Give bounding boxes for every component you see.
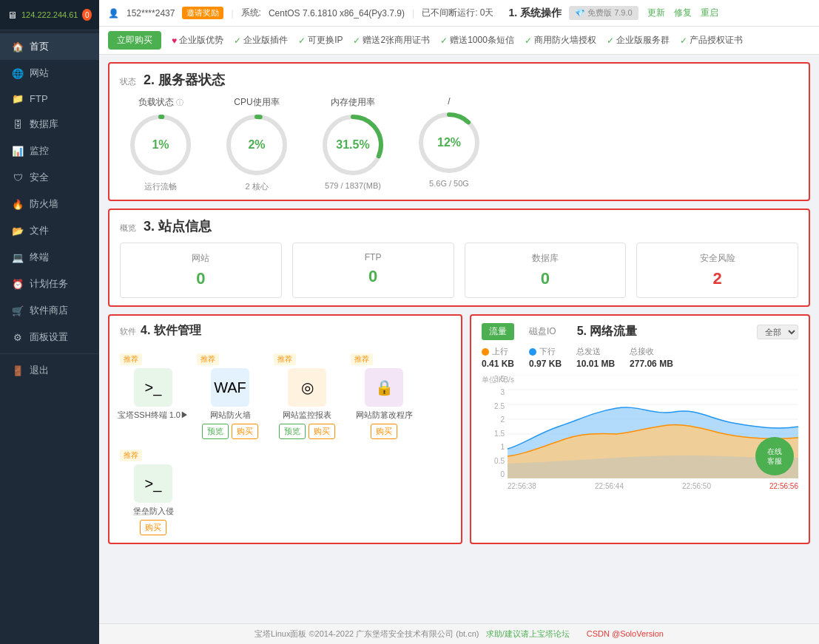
server-status-subtitle: 状态 xyxy=(120,76,136,87)
sidebar-item-home[interactable]: 🏠首页 xyxy=(0,33,99,60)
traffic-title: 5. 网络流量 xyxy=(577,324,638,339)
chart-svg-wrap xyxy=(508,375,798,478)
sw-name-4: 堡垒防入侵 xyxy=(133,506,174,517)
site-card-数据库[interactable]: 数据库 0 xyxy=(465,243,627,298)
sidebar-item-monitor[interactable]: 📊监控 xyxy=(0,138,99,164)
sw-btn-购买[interactable]: 购买 xyxy=(232,424,258,439)
tab-diskio[interactable]: 磁盘IO xyxy=(522,323,564,340)
gauge-value: 1% xyxy=(152,138,169,152)
software-item-2: 推荐 ◎ 网站监控报表 预览购买 xyxy=(274,353,340,439)
sidebar-label-panel: 面板设置 xyxy=(30,331,68,344)
repair-action[interactable]: 修复 xyxy=(674,7,692,19)
sidebar-label-cron: 计划任务 xyxy=(30,277,68,291)
sidebar-item-security[interactable]: 🛡安全 xyxy=(0,164,99,191)
gauge-CPU使用率: CPU使用率 2% 2 核心 xyxy=(216,96,297,192)
stat-value: 277.06 MB xyxy=(630,359,673,369)
panel-icon: ⚙ xyxy=(12,332,24,343)
sidebar-item-appstore[interactable]: 🛒软件商店 xyxy=(0,297,99,324)
stat-label: 上行 xyxy=(482,346,514,357)
gauge-canvas: 2% xyxy=(223,112,290,178)
sidebar-item-terminal[interactable]: 💻终端 xyxy=(0,244,99,271)
gauge-sub: 5.6G / 50G xyxy=(429,179,469,188)
stat-label: 总发送 xyxy=(576,346,615,357)
gauge-负载状态: 负载状态 ⓘ 1% 运行流畅 xyxy=(120,96,201,192)
sw-btn-预览[interactable]: 预览 xyxy=(202,424,229,439)
site-card-网站[interactable]: 网站 0 xyxy=(120,243,282,298)
info-icon: ⓘ xyxy=(176,98,183,108)
gauge-label: / xyxy=(448,96,450,106)
site-card-value: 0 xyxy=(302,267,445,286)
sidebar-item-files[interactable]: 📂文件 xyxy=(0,217,99,244)
topbar-section-title: 1. 系统操作 xyxy=(508,7,562,20)
sidebar-ip: 124.222.244.61 xyxy=(21,10,78,19)
gauge-: / 12% 5.6G / 50G xyxy=(408,96,490,188)
software-subtitle: 软件 xyxy=(120,326,136,337)
traffic-stats: 上行 0.41 KB 下行 0.97 KB 总发送 10.01 MB 总接收 2… xyxy=(482,346,798,369)
sidebar-item-website[interactable]: 🌐网站 xyxy=(0,60,99,87)
footer-link[interactable]: 求助/建议请上宝塔论坛 xyxy=(486,629,570,638)
tab-traffic[interactable]: 流量 xyxy=(482,323,514,340)
sw-buttons-2: 预览购买 xyxy=(279,424,335,439)
promo-item: ✓ 企业版服务群 xyxy=(607,34,670,47)
stat-label: 总接收 xyxy=(630,346,673,357)
software-title: 4. 软件管理 xyxy=(141,323,201,339)
stat-value: 0.41 KB xyxy=(482,359,514,369)
gauge-label: CPU使用率 xyxy=(234,96,279,109)
terminal-icon: 💻 xyxy=(12,252,24,263)
topbar-invite-tag[interactable]: 邀请奖励 xyxy=(182,7,223,19)
home-icon: 🏠 xyxy=(12,41,24,52)
online-badge[interactable]: 在线客服 xyxy=(755,437,794,475)
y-axis-label: 1 xyxy=(500,443,505,451)
stat-下行: 下行 0.97 KB xyxy=(529,346,562,369)
appstore-icon: 🛒 xyxy=(12,305,24,316)
software-panel: 软件 4. 软件管理 推荐 >_ 宝塔SSH终端 1.0▶ 推荐 WAF 网站防… xyxy=(108,314,462,544)
sidebar-label-ftp: FTP xyxy=(30,93,48,104)
blue-dot xyxy=(529,348,536,356)
promo-item: ✓ 赠送1000条短信 xyxy=(440,34,514,47)
gauge-value: 31.5% xyxy=(336,138,369,152)
y-axis-label: 3 xyxy=(500,388,505,396)
y-axis-label: 1.5 xyxy=(494,430,505,438)
software-item-3: 推荐 🔒 网站防篡改程序 购买 xyxy=(351,353,417,439)
update-action[interactable]: 更新 xyxy=(647,7,665,19)
sw-btn-购买[interactable]: 购买 xyxy=(140,520,166,535)
check-icon: ✓ xyxy=(607,35,614,46)
gauge-value: 12% xyxy=(437,136,461,149)
site-card-安全风险[interactable]: 安全风险 2 xyxy=(636,243,798,298)
online-badge-text: 在线客服 xyxy=(767,447,782,466)
sidebar-item-logout[interactable]: 🚪退出 xyxy=(0,357,99,384)
buy-now-button[interactable]: 立即购买 xyxy=(108,31,161,50)
site-card-FTP[interactable]: FTP 0 xyxy=(292,243,454,298)
files-icon: 📂 xyxy=(12,226,24,237)
sidebar-item-firewall[interactable]: 🔥防火墙 xyxy=(0,191,99,217)
logout-icon: 🚪 xyxy=(12,365,24,376)
site-info-subtitle: 概览 xyxy=(120,223,136,234)
gauge-label: 内存使用率 xyxy=(331,96,375,109)
sw-tag: 推荐 xyxy=(120,353,142,365)
sidebar-label-website: 网站 xyxy=(30,67,49,80)
traffic-select[interactable]: 全部 xyxy=(757,325,798,339)
sidebar-item-database[interactable]: 🗄数据库 xyxy=(0,111,99,138)
gauge-canvas: 12% xyxy=(416,109,482,176)
sw-btn-购买[interactable]: 购买 xyxy=(371,424,397,439)
sidebar: 🖥 124.222.244.61 0 🏠首页🌐网站📁FTP🗄数据库📊监控🛡安全🔥… xyxy=(0,0,99,644)
sidebar-badge: 0 xyxy=(82,9,92,21)
sidebar-divider xyxy=(0,353,99,354)
sidebar-item-panel[interactable]: ⚙面板设置 xyxy=(0,324,99,350)
security-icon: 🛡 xyxy=(12,172,24,183)
sw-buttons-1: 预览购买 xyxy=(202,424,258,439)
gauge-value: 2% xyxy=(248,138,265,152)
sw-btn-预览[interactable]: 预览 xyxy=(279,424,306,439)
topbar-runtime: 已不间断运行: 0天 xyxy=(422,7,493,19)
sidebar-item-ftp[interactable]: 📁FTP xyxy=(0,87,99,111)
site-card-value: 0 xyxy=(474,269,617,288)
sw-btn-购买[interactable]: 购买 xyxy=(309,424,335,439)
site-card-label: 安全风险 xyxy=(646,252,789,265)
chart-x-axis: 22:56:3822:56:4422:56:5022:56:56 xyxy=(508,478,798,493)
software-item-4: 推荐 >_ 堡垒防入侵 购买 xyxy=(120,450,186,535)
stat-label: 下行 xyxy=(529,346,562,357)
promo-item: ✓ 可更换IP xyxy=(298,34,343,47)
sidebar-item-cron[interactable]: ⏰计划任务 xyxy=(0,271,99,297)
server-status-panel: 状态 2. 服务器状态 负载状态 ⓘ 1% 运行流畅 CPU使用率 2% 2 核… xyxy=(108,62,810,201)
restart-action[interactable]: 重启 xyxy=(701,7,718,19)
